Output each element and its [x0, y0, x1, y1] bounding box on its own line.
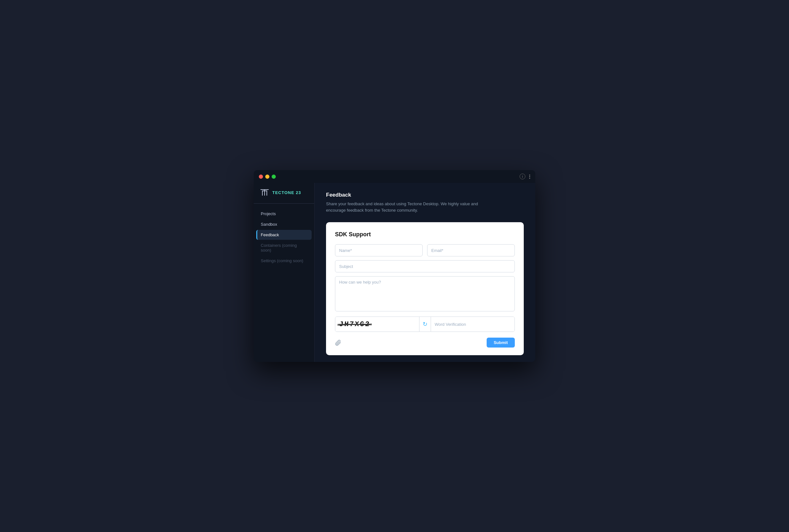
nav-items: Projects Sandbox Feedback Containers (co… — [254, 209, 314, 266]
form-footer: Submit — [335, 338, 515, 347]
captcha-code: JH7XG2 — [339, 320, 370, 328]
logo-text: TECTONE 23 — [272, 190, 301, 195]
captcha-refresh-icon[interactable]: ↻ — [420, 317, 430, 331]
sidebar: TECTONE 23 Projects Sandbox Feedback Con… — [254, 183, 314, 362]
sidebar-item-feedback[interactable]: Feedback — [256, 230, 312, 240]
captcha-row: JH7XG2 ↻ — [335, 317, 515, 332]
svg-rect-2 — [262, 191, 263, 196]
email-input[interactable] — [427, 244, 515, 256]
subject-input[interactable] — [335, 260, 515, 272]
svg-rect-1 — [264, 189, 265, 196]
traffic-lights — [259, 174, 276, 179]
sidebar-item-containers: Containers (coming soon) — [256, 241, 312, 255]
name-input[interactable] — [335, 244, 423, 256]
titlebar-actions: i — [519, 174, 530, 179]
maximize-button[interactable] — [272, 174, 276, 179]
form-card: SDK Support JH7XG2 ↻ — [326, 222, 524, 355]
main-content: Feedback Share your feedback and ideas a… — [314, 183, 535, 362]
sidebar-item-settings: Settings (coming soon) — [256, 256, 312, 266]
attachment-icon[interactable] — [335, 340, 342, 346]
sidebar-item-sandbox[interactable]: Sandbox — [256, 219, 312, 229]
page-description: Share your feedback and ideas about usin… — [326, 201, 492, 213]
captcha-image-area: JH7XG2 — [335, 317, 420, 331]
page-title: Feedback — [326, 192, 524, 198]
captcha-input-area — [431, 317, 515, 331]
minimize-button[interactable] — [265, 174, 270, 179]
message-textarea[interactable] — [335, 276, 515, 311]
more-options-icon[interactable] — [529, 174, 530, 179]
subject-row — [335, 260, 515, 272]
logo-area: TECTONE 23 — [254, 188, 314, 204]
logo: TECTONE 23 — [260, 188, 308, 197]
submit-button[interactable]: Submit — [487, 338, 515, 347]
captcha-input[interactable] — [435, 322, 511, 327]
svg-rect-4 — [262, 191, 267, 191]
form-card-title: SDK Support — [335, 231, 515, 238]
name-email-row — [335, 244, 515, 256]
logo-icon — [260, 188, 269, 197]
svg-rect-3 — [267, 191, 267, 196]
close-button[interactable] — [259, 174, 263, 179]
app-window: i TECTONE 23 — [254, 170, 535, 362]
titlebar: i — [254, 170, 535, 183]
app-body: TECTONE 23 Projects Sandbox Feedback Con… — [254, 183, 535, 362]
sidebar-item-projects[interactable]: Projects — [256, 209, 312, 219]
info-icon[interactable]: i — [519, 174, 525, 179]
